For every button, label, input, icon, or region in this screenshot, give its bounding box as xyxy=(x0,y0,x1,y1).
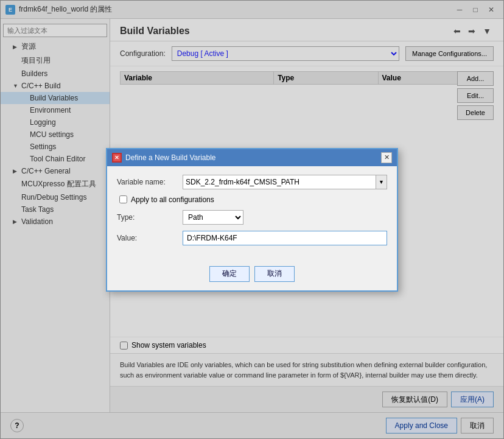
modal-icon: ✕ xyxy=(112,153,122,163)
variable-name-dropdown-arrow[interactable]: ▼ xyxy=(376,175,387,189)
value-label: Value: xyxy=(117,234,178,242)
apply-all-label: Apply to all configurations xyxy=(131,195,214,204)
value-input[interactable] xyxy=(183,231,387,245)
type-label: Type: xyxy=(117,213,178,222)
modal-footer: 确定 取消 xyxy=(107,260,397,290)
type-row: Type: Path xyxy=(117,210,387,225)
modal-cancel-button[interactable]: 取消 xyxy=(254,266,295,282)
variable-name-row: Variable name: ▼ xyxy=(117,175,387,189)
apply-all-row: Apply to all configurations xyxy=(117,195,387,204)
modal-close-button[interactable]: ✕ xyxy=(381,152,392,163)
modal-ok-button[interactable]: 确定 xyxy=(209,266,250,282)
type-select[interactable]: Path xyxy=(183,210,243,225)
modal-title-left: ✕ Define a New Build Variable xyxy=(112,153,216,163)
apply-all-checkbox[interactable] xyxy=(119,195,127,203)
variable-name-wrapper: ▼ xyxy=(183,175,387,189)
modal-body: Variable name: ▼ Apply to all configurat… xyxy=(107,166,397,260)
modal-title-bar: ✕ Define a New Build Variable ✕ xyxy=(107,149,397,166)
variable-name-input[interactable] xyxy=(183,175,376,189)
variable-name-label: Variable name: xyxy=(117,178,178,186)
value-row: Value: xyxy=(117,231,387,245)
modal-title-text: Define a New Build Variable xyxy=(125,153,216,162)
modal-overlay: ✕ Define a New Build Variable ✕ Variable… xyxy=(0,0,504,439)
modal-dialog: ✕ Define a New Build Variable ✕ Variable… xyxy=(106,148,398,292)
